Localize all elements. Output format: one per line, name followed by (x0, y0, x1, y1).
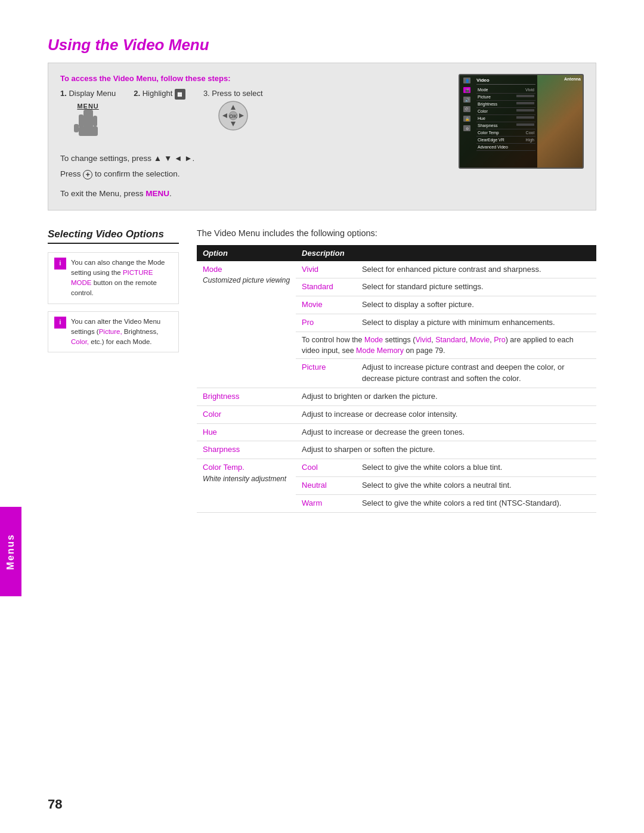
table-row-color: Color Adjust to increase or decrease col… (197, 405, 596, 423)
svg-rect-4 (79, 126, 98, 136)
tv-icon-person: 👤 (463, 78, 470, 83)
step1-label: 1. Display Menu (60, 89, 116, 98)
tv-icon-audio: 🔊 (463, 97, 470, 103)
includes-text: The Video Menu includes the following op… (197, 228, 596, 238)
color-desc: Adjust to increase or decrease color int… (296, 405, 596, 423)
vivid-desc: Select for enhanced picture contrast and… (356, 261, 596, 278)
neutral-option: Neutral (296, 477, 356, 495)
sharpness-option: Sharpness (197, 441, 296, 459)
warm-desc: Select to give the white colors a red ti… (356, 494, 596, 512)
tv-menu-rows: Video ModeVivid Picture Brightness Color… (474, 78, 535, 151)
movie-desc: Select to display a softer picture. (356, 296, 596, 314)
neutral-desc: Select to give the white colors a neutra… (356, 477, 596, 495)
tv-icon-time: ⏱ (463, 106, 470, 112)
exit-menu-text: To exit the Menu, press MENU. (60, 189, 172, 198)
info-note-2-text: You can alter the Video Menu settings (P… (71, 317, 172, 348)
table-body: Mode Customized picture viewing Vivid Se… (197, 261, 596, 513)
cool-desc: Select to give the white colors a blue t… (356, 459, 596, 477)
info-note-2: i You can alter the Video Menu settings … (48, 311, 179, 353)
svg-text:OK: OK (229, 113, 237, 119)
picture-mode-label: PICTURE MODE (71, 269, 153, 286)
tv-menu-icons: 👤 🎬 🔊 ⏱ 🔒 ⚙ (462, 78, 472, 151)
hand-icon (74, 110, 103, 143)
tv-menu-row-hue: Hue (476, 115, 535, 122)
mode-note-cell: To control how the Mode settings (Vivid,… (296, 332, 596, 358)
svg-rect-1 (79, 114, 83, 128)
selecting-title: Selecting Video Options (48, 228, 179, 244)
picture-desc: Adjust to increase picture contrast and … (356, 359, 596, 388)
tv-icon-lock: 🔒 (463, 116, 470, 122)
picture-option: Picture (296, 359, 356, 388)
tv-menu-row-clearedge: ClearEdge VRHigh (476, 137, 535, 144)
circle-plus-icon: + (83, 170, 92, 179)
sharpness-desc: Adjust to sharpen or soften the picture. (296, 441, 596, 459)
tv-screen: Antenna 👤 🎬 🔊 ⏱ 🔒 ⚙ (460, 75, 583, 168)
tv-menu-section-label: Video (476, 78, 535, 85)
tv-screenshot: Antenna 👤 🎬 🔊 ⏱ 🔒 ⚙ (459, 74, 584, 169)
vivid-option: Vivid (296, 261, 356, 278)
hue-desc: Adjust to increase or decrease the green… (296, 423, 596, 441)
instruction-header: To access the Video Menu, follow these s… (60, 74, 231, 83)
color-option: Color (197, 405, 296, 423)
svg-rect-3 (93, 116, 97, 126)
brightness-option: Brightness (197, 388, 296, 405)
info-icon-1: i (54, 258, 66, 270)
step-1: 1. Display Menu MENU (60, 89, 116, 144)
svg-rect-5 (74, 124, 79, 132)
menu-label: MENU (74, 103, 103, 110)
table-row-colortemp: Color Temp. White intensity adjustment C… (197, 459, 596, 477)
step3-label: 3. Press to select (203, 89, 263, 98)
mode-keyword: Mode (364, 336, 383, 344)
antenna-label: Antenna (564, 77, 581, 81)
info-note-1: i You can also change the Mode setting u… (48, 252, 179, 304)
options-table: Option Description Mode Customized pictu… (197, 245, 596, 513)
page-title: Using the Video Menu (48, 36, 596, 54)
mode-option-cell: Mode Customized picture viewing (197, 261, 296, 388)
svg-rect-2 (88, 113, 93, 126)
pro-desc: Select to display a picture with minimum… (356, 314, 596, 332)
tv-menu-row-advanced: Advanced Video (476, 144, 535, 151)
tv-icon-setup: ⚙ (463, 125, 470, 131)
tv-menu-overlay: 👤 🎬 🔊 ⏱ 🔒 ⚙ Video ModeVivid Picture (460, 75, 537, 168)
press-confirm-text: Press + to confirm the selection. (60, 168, 180, 180)
table-header-row: Option Description (197, 245, 596, 261)
dpad-icon: OK (218, 100, 249, 131)
step-2: 2. Highlight ▦ (134, 89, 185, 135)
tv-icon-video: 🎬 (463, 87, 470, 93)
table-row-hue: Hue Adjust to increase or decrease the g… (197, 423, 596, 441)
tv-menu-row-sharpness: Sharpness (476, 122, 535, 129)
info-icon-2: i (54, 317, 66, 329)
step-3: 3. Press to select OK (203, 89, 263, 131)
menu-keyword: MENU (145, 189, 169, 198)
instruction-box: To access the Video Menu, follow these s… (48, 63, 596, 210)
picture-label: Picture, (99, 328, 122, 335)
warm-option: Warm (296, 494, 356, 512)
colortemp-option-cell: Color Temp. White intensity adjustment (197, 459, 296, 513)
tv-menu-row-picture: Picture (476, 94, 535, 101)
main-content: Selecting Video Options i You can also c… (48, 228, 596, 513)
mode-sub-label: Customized picture viewing (203, 276, 290, 284)
colortemp-sub-label: White intensity adjustment (203, 475, 286, 483)
table-row-brightness: Brightness Adjust to brighten or darken … (197, 388, 596, 405)
tv-menu-content: 👤 🎬 🔊 ⏱ 🔒 ⚙ Video ModeVivid Picture (460, 75, 537, 153)
left-column: Selecting Video Options i You can also c… (48, 228, 179, 513)
instruction-steps: 1. Display Menu MENU (60, 89, 263, 144)
right-column: The Video Menu includes the following op… (197, 228, 596, 513)
tv-menu-row-mode: ModeVivid (476, 86, 535, 94)
menu-hand: MENU (74, 103, 103, 144)
tv-menu-row-color: Color (476, 108, 535, 115)
info-note-1-text: You can also change the Mode setting usi… (71, 258, 172, 299)
pro-option: Pro (296, 314, 356, 332)
col-desc-header: Description (296, 245, 596, 261)
standard-option: Standard (296, 278, 356, 296)
movie-option: Movie (296, 296, 356, 314)
table-row-mode: Mode Customized picture viewing Vivid Se… (197, 261, 596, 278)
brightness-desc: Adjust to brighten or darken the picture… (296, 388, 596, 405)
step2-label: 2. Highlight ▦ (134, 89, 185, 100)
standard-desc: Select for standard picture settings. (356, 278, 596, 296)
color-label: Color, (71, 338, 89, 345)
side-tab-text: Menus (5, 534, 16, 570)
tv-menu-row-brightness: Brightness (476, 101, 535, 108)
tv-menu-row-colortemp: Color TempCool (476, 129, 535, 137)
col-option-header: Option (197, 245, 296, 261)
